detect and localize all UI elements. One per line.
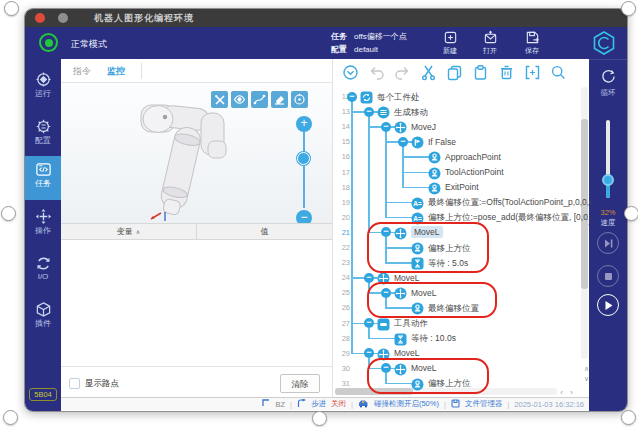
- program-tree-panel: 12−每个工件处13−生成移动14−MoveJ15−If False16Appr…: [333, 59, 591, 399]
- tree-node-label[interactable]: ToolActionPoint: [445, 166, 504, 178]
- sidebar-item-task[interactable]: 任务: [25, 156, 61, 200]
- sidebar-item-label: 任务: [25, 178, 61, 189]
- collapse-dot[interactable]: −: [364, 273, 374, 283]
- tree-node-label[interactable]: 每个工件处: [377, 91, 420, 103]
- app-window: 机器人图形化编程环境 正常模式 任务offs偏移一个点 配置default 新建…: [24, 8, 628, 412]
- scroll-right-icon[interactable]: ›: [570, 388, 573, 397]
- selection-handle[interactable]: [3, 410, 18, 425]
- tree-node-label[interactable]: 生成移动: [394, 106, 428, 118]
- sidebar-item-run[interactable]: 运行: [25, 69, 61, 109]
- sidebar-item-config[interactable]: 配置: [25, 116, 61, 156]
- clear-button[interactable]: 清除: [280, 374, 320, 393]
- new-file-icon: [433, 30, 467, 45]
- show-waypoints-checkbox[interactable]: [69, 378, 80, 389]
- play-button[interactable]: [597, 294, 619, 316]
- tree-node[interactable]: ApproachPoint: [333, 149, 579, 164]
- tab-monitor[interactable]: 监控: [97, 59, 135, 83]
- loop-mode-icon[interactable]: [600, 68, 617, 89]
- tree-connector: [385, 202, 412, 204]
- if-node-icon: [411, 135, 424, 148]
- copy-icon[interactable]: [445, 63, 463, 81]
- search-icon[interactable]: [549, 63, 567, 81]
- reset-view-icon[interactable]: [291, 91, 308, 108]
- sidebar-item-io[interactable]: I/O: [25, 253, 61, 293]
- config-label: 配置: [331, 45, 347, 54]
- stop-button[interactable]: [597, 265, 619, 287]
- tree-node-label[interactable]: MoveJ: [411, 121, 436, 133]
- tree-node[interactable]: ExitPoint: [333, 180, 579, 195]
- open-task-button[interactable]: 打开: [473, 30, 507, 56]
- new-task-label: 新建: [433, 46, 467, 56]
- collapse-dot[interactable]: −: [364, 318, 374, 328]
- collapse-dot[interactable]: −: [364, 348, 374, 358]
- tree-connector: [368, 116, 370, 233]
- tree-node-label[interactable]: 最终偏移位置:=Offs(ToolActionPoint_p,0,0,d2: [428, 196, 591, 208]
- tree-connector: [385, 217, 412, 219]
- save-icon: [515, 30, 549, 45]
- new-task-button[interactable]: 新建: [433, 30, 467, 56]
- collapse-dot[interactable]: −: [381, 122, 391, 132]
- tree-node[interactable]: ToolActionPoint: [333, 165, 579, 180]
- zoom-in-button[interactable]: +: [296, 116, 312, 132]
- tree-node-label[interactable]: If False: [428, 136, 456, 148]
- tree-node-label[interactable]: ExitPoint: [445, 181, 479, 193]
- collapse-dot[interactable]: −: [398, 137, 408, 147]
- minimize-window-icon[interactable]: [58, 13, 68, 23]
- speed-percent: 32%: [589, 208, 627, 217]
- collapse-dot[interactable]: −: [364, 107, 374, 117]
- variable-table-body: [61, 240, 332, 366]
- redo-icon[interactable]: [393, 63, 411, 81]
- tree-connector: [402, 187, 429, 189]
- close-window-icon[interactable]: [35, 13, 45, 23]
- cut-icon[interactable]: [419, 63, 437, 81]
- tab-commands[interactable]: 指令: [63, 59, 101, 83]
- tree-node-label[interactable]: 工具动作: [394, 317, 428, 329]
- selection-handle[interactable]: [621, 410, 636, 425]
- speed-slider-handle[interactable]: [602, 174, 614, 186]
- insert-icon[interactable]: [523, 63, 541, 81]
- move-arrows-icon: [25, 208, 61, 225]
- selection-handle[interactable]: [1, 206, 16, 221]
- column-variable[interactable]: 变量∧: [61, 224, 197, 239]
- open-task-label: 打开: [473, 46, 507, 56]
- step-next-button[interactable]: [597, 232, 619, 254]
- tree-node[interactable]: −If False: [333, 134, 579, 149]
- tree-connector: [351, 101, 353, 354]
- red-annotation: [367, 282, 497, 318]
- collision-status[interactable]: 碰撞检测开启(50%): [374, 399, 439, 409]
- svg-text:A=: A=: [413, 200, 422, 207]
- paste-icon[interactable]: [471, 63, 489, 81]
- tree-node[interactable]: −生成移动: [333, 104, 579, 119]
- collapse-all-icon[interactable]: [341, 63, 359, 81]
- delete-icon[interactable]: [497, 63, 515, 81]
- file-manager-link[interactable]: 文件管理器: [465, 399, 503, 409]
- tree-connector: [385, 131, 387, 218]
- column-value[interactable]: 值: [197, 224, 332, 239]
- step-state: 关闭: [331, 399, 346, 409]
- tree-node-label[interactable]: 等待 : 10.0s: [411, 332, 456, 344]
- tree-node[interactable]: A=最终偏移位置:=Offs(ToolActionPoint_p,0,0,d2: [333, 195, 579, 210]
- point-node-icon: [428, 166, 441, 179]
- selection-handle[interactable]: [624, 206, 638, 221]
- step-label[interactable]: 步进: [311, 399, 326, 409]
- sidebar: 运行 配置 任务 操作 I/O 插件 5B04: [25, 59, 61, 411]
- scroll-left-icon[interactable]: ‹: [560, 388, 563, 397]
- selection-handle[interactable]: [312, 411, 327, 426]
- selection-handle[interactable]: [4, 1, 19, 16]
- tree-node[interactable]: −每个工件处: [333, 89, 579, 104]
- undo-icon[interactable]: [367, 63, 385, 81]
- point-node-icon: [428, 181, 441, 194]
- sidebar-item-plugin[interactable]: 插件: [25, 299, 61, 339]
- eraser-icon[interactable]: [271, 91, 288, 108]
- sidebar-item-operate[interactable]: 操作: [25, 206, 61, 246]
- task-label: 任务: [331, 32, 347, 41]
- tree-node-label[interactable]: ApproachPoint: [445, 151, 501, 163]
- robot-3d-viewport[interactable]: + −: [61, 83, 332, 223]
- zoom-slider-handle[interactable]: [297, 152, 310, 165]
- selection-handle[interactable]: [621, 1, 636, 16]
- speed-label: 速度: [589, 218, 627, 228]
- app-header: 正常模式 任务offs偏移一个点 配置default 新建 打开 保存: [25, 27, 627, 59]
- io-cycle-icon: [25, 255, 61, 272]
- collapse-dot[interactable]: −: [347, 92, 357, 102]
- save-task-button[interactable]: 保存: [515, 30, 549, 56]
